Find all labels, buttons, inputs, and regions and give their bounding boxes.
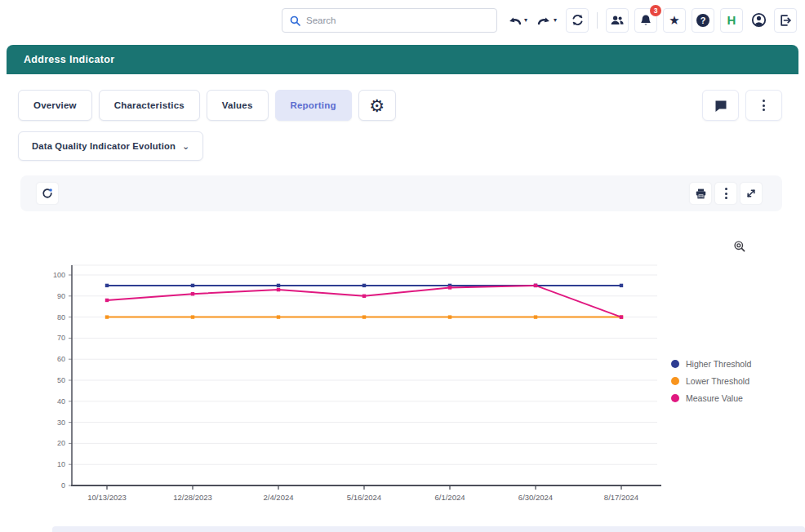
logout-icon (779, 14, 792, 27)
legend-label: Lower Threshold (686, 376, 749, 386)
svg-text:50: 50 (57, 376, 65, 384)
legend-item[interactable]: Higher Threshold (671, 359, 751, 369)
search-icon (290, 16, 300, 26)
svg-text:2/4/2024: 2/4/2024 (264, 493, 294, 502)
chart-legend: Higher ThresholdLower ThresholdMeasure V… (671, 359, 751, 403)
help-icon: ? (696, 14, 709, 27)
tab-values[interactable]: Values (207, 90, 269, 121)
redo-icon (536, 14, 552, 26)
refresh-icon (42, 188, 53, 199)
svg-text:6/30/2024: 6/30/2024 (518, 493, 553, 502)
notification-badge: 3 (650, 5, 661, 16)
app-logo-button[interactable]: H (720, 8, 743, 33)
printer-icon (695, 188, 707, 200)
favorites-button[interactable]: ★ (663, 8, 686, 33)
expand-icon (745, 188, 757, 199)
star-icon: ★ (669, 14, 679, 26)
legend-dot-icon (671, 377, 679, 385)
global-search[interactable] (282, 8, 497, 33)
expand-button[interactable] (741, 183, 762, 204)
bell-icon (639, 14, 652, 27)
svg-text:90: 90 (57, 292, 65, 300)
users-icon (610, 15, 625, 26)
legend-item[interactable]: Lower Threshold (671, 376, 751, 386)
line-chart[interactable]: 010203040506070809010010/13/202312/28/20… (41, 257, 669, 510)
kebab-icon (725, 188, 727, 199)
legend-item[interactable]: Measure Value (671, 393, 751, 403)
report-selector-label: Data Quality Indicator Evolution (32, 141, 176, 151)
kebab-icon (763, 100, 765, 111)
svg-text:0: 0 (61, 481, 65, 490)
legend-dot-icon (671, 360, 679, 368)
tab-characteristics[interactable]: Characteristics (99, 90, 200, 121)
search-input[interactable] (306, 16, 489, 25)
chevron-down-icon: ⌄ (182, 141, 189, 152)
topbar-divider (597, 12, 598, 29)
svg-text:100: 100 (53, 271, 65, 279)
svg-text:6/1/2024: 6/1/2024 (435, 493, 465, 502)
svg-text:10: 10 (57, 460, 65, 468)
toolbar-right-icons (690, 183, 762, 204)
help-button[interactable]: ? (692, 8, 714, 33)
comment-icon (714, 99, 728, 113)
svg-text:5/16/2024: 5/16/2024 (347, 493, 381, 502)
svg-text:40: 40 (57, 397, 65, 406)
asset-header: Address Indicator (7, 45, 798, 74)
magnifier-zoom-icon (733, 240, 746, 253)
svg-text:8/17/2024: 8/17/2024 (604, 493, 638, 502)
page-title: Address Indicator (24, 54, 114, 65)
svg-text:60: 60 (57, 355, 65, 363)
widget-toolbar (20, 175, 782, 211)
undo-icon (507, 14, 523, 26)
tab-settings-button[interactable]: ⚙ (358, 90, 396, 121)
redo-button[interactable]: ▾ (536, 14, 557, 26)
account-button[interactable] (749, 8, 768, 33)
user-avatar-icon (751, 12, 767, 28)
undo-button[interactable]: ▾ (507, 14, 527, 26)
sync-button[interactable] (566, 8, 589, 33)
tab-overview[interactable]: Overview (18, 90, 92, 121)
notifications-button[interactable]: 3 (634, 8, 657, 33)
gear-icon: ⚙ (369, 97, 385, 114)
chart-zoom-button[interactable] (733, 240, 746, 253)
header-actions (702, 90, 782, 121)
report-selector[interactable]: Data Quality Indicator Evolution ⌄ (18, 131, 203, 161)
more-options-button[interactable] (745, 90, 782, 121)
legend-label: Higher Threshold (686, 359, 751, 369)
svg-text:10/13/2023: 10/13/2023 (87, 493, 127, 502)
legend-label: Measure Value (686, 393, 743, 403)
topbar-icons: ▾ ▾ 3 ★ ? H (507, 7, 797, 33)
next-widget-edge (52, 526, 805, 532)
topbar: ▾ ▾ 3 ★ ? H (0, 0, 805, 41)
tabs-row: Overview Characteristics Values Reportin… (18, 90, 396, 121)
undo-caret-icon[interactable]: ▾ (524, 17, 527, 24)
svg-text:30: 30 (57, 419, 65, 427)
svg-text:80: 80 (57, 313, 65, 321)
print-button[interactable] (690, 183, 711, 204)
logout-button[interactable] (774, 8, 797, 33)
legend-dot-icon (671, 394, 679, 402)
svg-text:20: 20 (57, 439, 65, 447)
comments-button[interactable] (702, 90, 739, 121)
refresh-widget-button[interactable] (37, 183, 58, 204)
app-window: ▾ ▾ 3 ★ ? H (0, 0, 805, 532)
svg-text:70: 70 (57, 334, 65, 342)
redo-caret-icon[interactable]: ▾ (554, 17, 557, 24)
users-button[interactable] (606, 8, 629, 33)
tab-reporting[interactable]: Reporting (275, 90, 352, 121)
svg-text:12/28/2023: 12/28/2023 (173, 493, 212, 502)
widget-more-button[interactable] (715, 183, 736, 204)
sync-icon (571, 13, 585, 27)
brand-logo-icon: H (727, 14, 736, 26)
